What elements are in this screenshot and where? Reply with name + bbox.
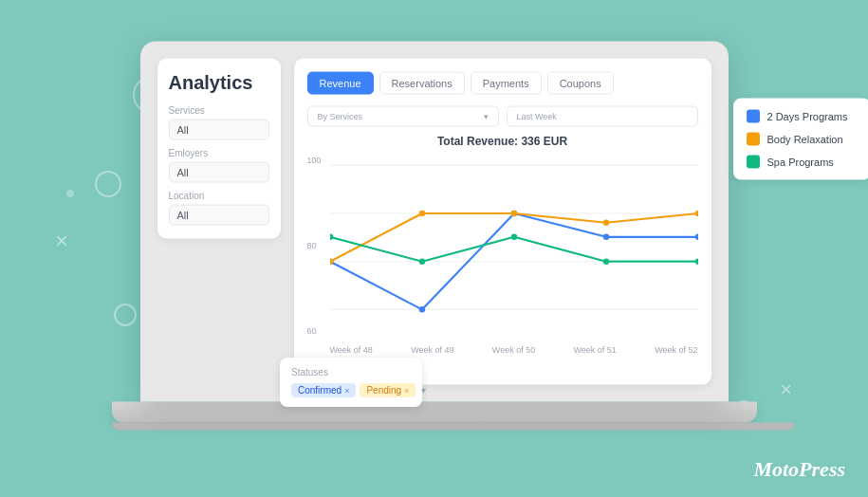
chart-area: 100 80 60: [307, 156, 698, 355]
confirmed-tag: Confirmed ×: [291, 383, 356, 397]
statuses-tags: Confirmed × Pending × ▾: [291, 383, 411, 397]
sidebar-employers-dropdown[interactable]: All: [169, 162, 269, 183]
bg-cross-1: ×: [55, 228, 68, 254]
sidebar-section-employers: Emloyers All: [169, 148, 269, 183]
tab-payments[interactable]: Payments: [471, 72, 542, 95]
sidebar-employers-label: Emloyers: [169, 148, 269, 158]
statuses-chevron-icon[interactable]: ▾: [421, 385, 426, 396]
svg-point-18: [694, 258, 697, 264]
tab-coupons[interactable]: Coupons: [547, 72, 614, 95]
svg-point-11: [510, 211, 516, 216]
laptop-wrapper: Analytics Services All Emloyers All Loca…: [112, 42, 757, 440]
sidebar-services-label: Services: [169, 105, 269, 116]
sidebar-section-services: Services All: [169, 105, 269, 140]
chart-svg: [330, 156, 698, 329]
laptop-screen: Analytics Services All Emloyers All Loca…: [140, 42, 729, 402]
main-panel: Revenue Reservations Payments Coupons By…: [294, 59, 711, 385]
y-axis-labels: 100 80 60: [307, 156, 322, 336]
date-filter[interactable]: Last Week: [507, 106, 698, 127]
pending-close-icon[interactable]: ×: [404, 386, 409, 396]
statuses-panel: Statuses Confirmed × Pending × ▾: [280, 358, 422, 407]
svg-point-14: [330, 234, 333, 240]
svg-point-12: [602, 219, 608, 225]
sidebar-location-dropdown[interactable]: All: [169, 205, 269, 226]
statuses-label: Statuses: [291, 367, 411, 377]
laptop-base: [112, 402, 757, 423]
svg-point-7: [602, 234, 608, 240]
pending-tag: Pending ×: [360, 383, 416, 397]
legend-dot-2: [747, 133, 760, 146]
legend-item-3: Spa Programs: [747, 156, 858, 169]
tab-revenue[interactable]: Revenue: [307, 72, 374, 95]
x-axis-labels: Week of 48 Week of 49 Week of 50 Week of…: [330, 345, 698, 355]
filter-row: By Services ▾ Last Week: [307, 106, 698, 127]
legend-item-1: 2 Days Programs: [747, 110, 858, 123]
tabs-row: Revenue Reservations Payments Coupons: [307, 72, 698, 95]
svg-point-10: [418, 211, 424, 216]
confirmed-close-icon[interactable]: ×: [344, 386, 349, 396]
legend-item-2: Body Relaxation: [747, 133, 858, 146]
sidebar-services-dropdown[interactable]: All: [169, 120, 269, 140]
sidebar-panel: Analytics Services All Emloyers All Loca…: [157, 59, 281, 239]
chart-title: Total Revenue: 336 EUR: [307, 135, 698, 148]
sidebar-section-location: Location All: [169, 191, 269, 226]
legend-dot-3: [747, 156, 760, 169]
legend-dot-1: [747, 110, 760, 123]
svg-point-13: [694, 211, 697, 216]
watermark: MotoPress: [753, 457, 845, 482]
chevron-down-icon: ▾: [484, 112, 489, 121]
bg-cross-4: ×: [780, 377, 792, 402]
service-filter[interactable]: By Services ▾: [307, 106, 499, 127]
sidebar-location-label: Location: [169, 191, 269, 201]
svg-point-17: [602, 258, 608, 264]
svg-point-15: [418, 258, 424, 264]
svg-point-8: [694, 234, 697, 240]
tab-reservations[interactable]: Reservations: [379, 72, 465, 95]
laptop-base-bottom: [112, 423, 795, 431]
svg-point-16: [510, 234, 516, 240]
sidebar-title: Analytics: [169, 72, 269, 94]
svg-point-5: [418, 306, 424, 312]
bg-dot-1: [66, 190, 74, 197]
legend-panel: 2 Days Programs Body Relaxation Spa Prog…: [733, 99, 869, 180]
